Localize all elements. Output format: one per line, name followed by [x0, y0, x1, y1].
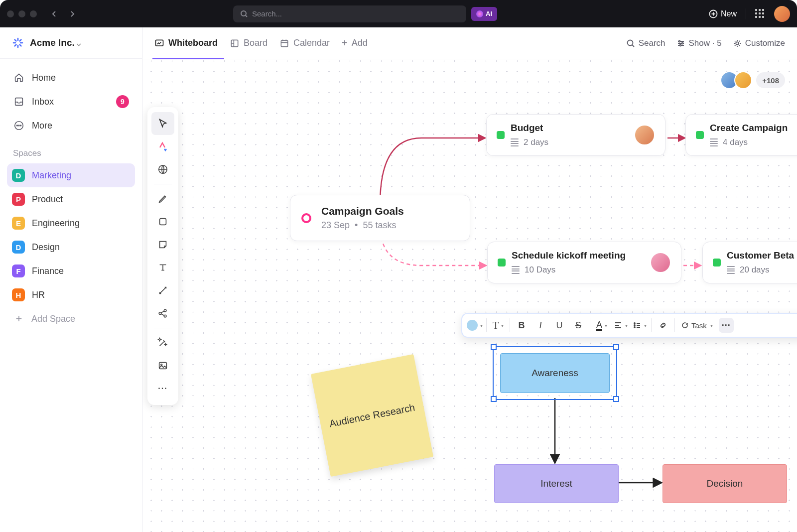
space-item-finance[interactable]: FFinance	[7, 259, 135, 283]
strike-button[interactable]: S	[569, 316, 588, 335]
description-icon	[511, 138, 519, 146]
space-item-design[interactable]: DDesign	[7, 235, 135, 259]
space-item-hr[interactable]: HHR	[7, 283, 135, 307]
view-show-button[interactable]: Show · 5	[676, 38, 722, 48]
svg-point-0	[241, 11, 246, 16]
status-ring-icon	[301, 213, 311, 223]
space-color-icon: H	[12, 288, 25, 301]
tool-text[interactable]	[151, 256, 174, 279]
svg-point-22	[634, 325, 635, 326]
nav-more[interactable]: More	[7, 114, 135, 137]
svg-rect-6	[156, 40, 163, 46]
sticky-note[interactable]: Audience Research	[311, 354, 433, 477]
space-label: HR	[32, 290, 45, 300]
tool-web[interactable]	[151, 158, 174, 181]
minimize-dot[interactable]	[18, 10, 25, 17]
global-search-input[interactable]: Search...	[233, 5, 466, 22]
assignee-avatar[interactable]	[634, 125, 655, 145]
space-label: Marketing	[32, 170, 71, 181]
node-schedule-kickoff[interactable]: Schedule kickoff meeting 10 Days	[487, 242, 681, 283]
align-button[interactable]: ▾	[611, 316, 630, 335]
close-dot[interactable]	[7, 10, 14, 17]
more-format-button[interactable]: ···	[717, 316, 736, 335]
new-button[interactable]: New	[709, 9, 737, 18]
spaces-section-label: Spaces	[0, 137, 142, 163]
status-square-icon	[713, 259, 721, 266]
workspace-name: Acme Inc.	[30, 37, 81, 48]
presence-indicator[interactable]: +108	[724, 71, 785, 89]
nav-home[interactable]: Home	[7, 66, 135, 90]
tool-cursor[interactable]	[151, 112, 174, 135]
convert-task-button[interactable]: Task▾	[677, 316, 717, 335]
whiteboard-canvas[interactable]: +108 ···	[142, 59, 797, 532]
svg-point-9	[627, 40, 633, 45]
space-item-marketing[interactable]: DMarketing	[7, 163, 135, 187]
window-controls	[7, 10, 37, 17]
tool-mindmap[interactable]	[151, 302, 174, 325]
tool-ai[interactable]	[151, 135, 174, 158]
tool-shape[interactable]	[151, 210, 174, 233]
tool-pen[interactable]	[151, 187, 174, 210]
shape-awareness[interactable]: Awareness	[500, 353, 610, 393]
nav-back-button[interactable]	[47, 6, 62, 21]
ai-button[interactable]: AI	[471, 7, 497, 21]
space-item-engineering[interactable]: EEngineering	[7, 211, 135, 235]
presence-more[interactable]: +108	[756, 72, 785, 88]
description-icon	[727, 266, 735, 274]
refresh-icon	[681, 321, 689, 329]
nav-inbox[interactable]: Inbox 9	[7, 90, 135, 114]
workspace-logo-icon	[12, 37, 24, 49]
view-search-button[interactable]: Search	[626, 38, 665, 48]
underline-button[interactable]: U	[550, 316, 569, 335]
tool-connector[interactable]	[151, 279, 174, 302]
link-button[interactable]	[654, 316, 672, 335]
user-avatar[interactable]	[774, 6, 790, 22]
space-label: Design	[32, 242, 60, 253]
space-color-icon: E	[12, 217, 25, 230]
tool-sticky[interactable]	[151, 233, 174, 256]
font-button[interactable]: T▾	[489, 316, 508, 335]
description-icon	[710, 138, 718, 146]
space-item-product[interactable]: PProduct	[7, 187, 135, 211]
board-icon	[230, 38, 240, 48]
node-customer-beta[interactable]: Customer Beta 20 days	[702, 242, 797, 283]
inbox-badge: 9	[116, 95, 129, 108]
node-budget[interactable]: Budget 2 days	[486, 114, 665, 156]
tab-add-view[interactable]: + Add	[342, 27, 368, 59]
status-square-icon	[498, 259, 506, 266]
tool-image[interactable]	[151, 354, 174, 377]
plus-circle-icon	[709, 9, 718, 18]
view-tabs: Whiteboard Board Calendar + Add	[142, 27, 797, 59]
sliders-icon	[676, 39, 685, 48]
search-icon	[240, 10, 248, 18]
workspace-switcher[interactable]: Acme Inc.	[0, 27, 142, 59]
tab-board[interactable]: Board	[230, 27, 267, 59]
assignee-avatar[interactable]	[650, 252, 671, 273]
node-campaign-goals[interactable]: Campaign Goals 23 Sep • 55 tasks	[290, 195, 470, 241]
tool-magic[interactable]	[151, 331, 174, 354]
space-label: Engineering	[32, 218, 80, 229]
more-icon	[13, 120, 25, 132]
nav-forward-button[interactable]	[65, 6, 80, 21]
tab-calendar[interactable]: Calendar	[279, 27, 330, 59]
zoom-dot[interactable]	[30, 10, 37, 17]
bold-button[interactable]: B	[512, 316, 531, 335]
inbox-icon	[13, 96, 25, 108]
text-color-button[interactable]: A▾	[592, 316, 611, 335]
apps-grid-icon[interactable]	[755, 9, 765, 19]
list-button[interactable]: ▾	[630, 316, 649, 335]
shape-interest[interactable]: Interest	[494, 464, 619, 503]
node-create-campaign[interactable]: Create Campaign 4 days	[685, 114, 797, 156]
view-customize-button[interactable]: Customize	[733, 38, 785, 48]
svg-point-10	[678, 40, 680, 42]
add-space-button[interactable]: + Add Space	[7, 307, 135, 331]
shape-decision[interactable]: Decision	[663, 464, 787, 503]
space-color-icon: F	[12, 265, 25, 277]
fill-color-button[interactable]: ▾	[465, 316, 484, 335]
svg-point-11	[681, 42, 683, 44]
tool-more[interactable]: ···	[151, 377, 174, 400]
search-icon	[626, 39, 635, 48]
italic-button[interactable]: I	[531, 316, 550, 335]
whiteboard-icon	[154, 38, 164, 48]
tab-whiteboard[interactable]: Whiteboard	[154, 27, 218, 59]
